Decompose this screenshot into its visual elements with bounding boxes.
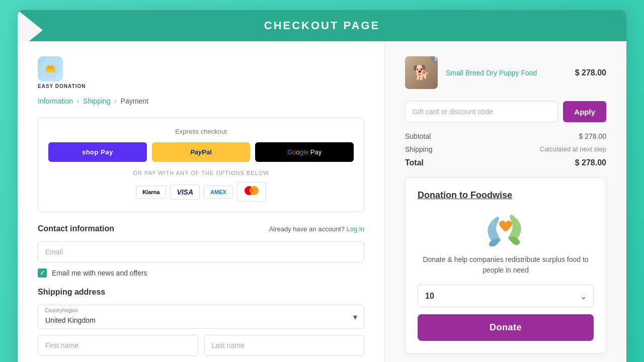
country-select[interactable]: United Kingdom <box>38 305 364 329</box>
product-image: 🐕 1 <box>405 56 438 89</box>
shipping-value: Calculated at next step <box>540 145 606 153</box>
banner-title: CHECKOUT PAGE <box>264 19 380 32</box>
logo-svg: 🤲 <box>41 60 59 78</box>
shoppay-button[interactable]: shop Pay <box>48 142 147 162</box>
donation-amount-select[interactable]: 5 10 15 20 25 <box>418 285 594 307</box>
donation-logo <box>418 209 594 246</box>
gpay-button[interactable]: Google Pay <box>255 142 354 162</box>
main-content: 🤲 EASY DONATION Information › Shipping ›… <box>18 41 626 362</box>
donation-description: Donate & help companies redistribute sur… <box>418 254 594 276</box>
login-link[interactable]: Log in <box>347 225 364 233</box>
paypal-label: PayPal <box>190 148 212 156</box>
payment-icons: Klarna VISA AMEX <box>48 182 354 202</box>
breadcrumb-sep-1: › <box>77 98 79 105</box>
left-panel: 🤲 EASY DONATION Information › Shipping ›… <box>18 41 385 362</box>
product-price: $ 278.00 <box>575 68 606 77</box>
donate-button[interactable]: Donate <box>418 314 594 341</box>
shipping-header: Shipping address <box>38 288 364 297</box>
contact-section: Contact information Already have an acco… <box>38 224 364 278</box>
country-select-wrapper: Country/region United Kingdom ▾ <box>38 305 364 329</box>
express-buttons: shop Pay PayPal Google Pay <box>48 142 354 162</box>
amount-select-wrapper: 5 10 15 20 25 ⌄ <box>418 285 594 307</box>
foodwise-icon <box>483 209 528 246</box>
last-name-field[interactable] <box>204 335 365 356</box>
subtotal-label: Subtotal <box>405 132 431 140</box>
product-name-link[interactable]: Small Breed Dry Puppy Food <box>446 69 537 77</box>
klarna-icon: Klarna <box>136 186 166 199</box>
right-panel: 🐕 1 Small Breed Dry Puppy Food $ 278.00 … <box>385 41 626 362</box>
amex-icon: AMEX <box>204 186 233 199</box>
shipping-section: Shipping address Country/region United K… <box>38 288 364 362</box>
total-label: Total <box>405 158 424 167</box>
logo-text: EASY DONATION <box>38 83 86 89</box>
shoppay-label: shop Pay <box>82 148 113 156</box>
first-name-field[interactable] <box>38 335 198 356</box>
shipping-row: Shipping Calculated at next step <box>405 145 606 153</box>
name-row <box>38 335 364 362</box>
newsletter-row: Email me with news and offers <box>38 268 364 278</box>
newsletter-checkbox[interactable] <box>38 268 47 278</box>
contact-header: Contact information Already have an acco… <box>38 224 364 233</box>
subtotal-row: Subtotal $ 278.00 <box>405 132 606 140</box>
shipping-title: Shipping address <box>38 288 105 297</box>
gift-code-row: Apply <box>405 101 606 122</box>
apply-button[interactable]: Apply <box>563 101 606 122</box>
easy-donation-logo-icon: 🤲 <box>38 56 63 81</box>
donation-card: Donation to Foodwise <box>405 177 606 353</box>
product-info: Small Breed Dry Puppy Food <box>446 68 567 77</box>
grand-total-row: Total $ 278.00 <box>405 158 606 167</box>
breadcrumb-sep-2: › <box>115 98 117 105</box>
express-checkout-label: Express checkout <box>48 128 354 135</box>
shipping-label: Shipping <box>405 145 433 153</box>
gpay-label: Google Pay <box>287 148 321 156</box>
contact-title: Contact information <box>38 224 114 233</box>
total-value: $ 278.00 <box>575 158 606 167</box>
paypal-button[interactable]: PayPal <box>152 142 251 162</box>
newsletter-label: Email me with news and offers <box>52 269 147 277</box>
breadcrumb-information[interactable]: Information <box>38 97 73 105</box>
express-checkout-section: Express checkout shop Pay PayPal Google … <box>38 117 364 212</box>
or-divider: OR PAY WITH ANY OF THE OPTIONS BELOW <box>48 170 354 176</box>
mastercard-icon <box>237 182 266 202</box>
breadcrumb-shipping[interactable]: Shipping <box>83 97 111 105</box>
product-row: 🐕 1 Small Breed Dry Puppy Food $ 278.00 <box>405 56 606 89</box>
subtotal-value: $ 278.00 <box>579 132 607 140</box>
checkout-banner: CHECKOUT PAGE <box>18 10 626 41</box>
gift-code-input[interactable] <box>405 101 558 122</box>
totals-section: Subtotal $ 278.00 Shipping Calculated at… <box>405 132 606 167</box>
visa-icon: VISA <box>170 185 200 200</box>
logo-area: 🤲 EASY DONATION <box>38 56 364 89</box>
breadcrumb-payment[interactable]: Payment <box>121 97 148 105</box>
login-link-text: Already have an account? Log in <box>269 225 364 233</box>
svg-text:🤲: 🤲 <box>45 63 56 74</box>
email-field[interactable] <box>38 241 364 262</box>
breadcrumb: Information › Shipping › Payment <box>38 97 364 105</box>
donation-title: Donation to Foodwise <box>418 190 594 201</box>
